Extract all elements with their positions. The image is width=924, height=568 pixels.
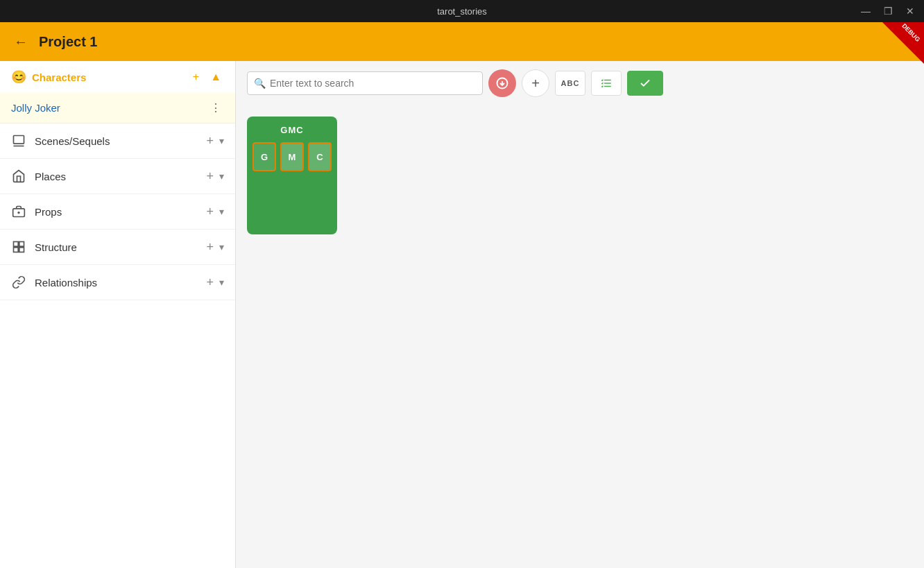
toolbar: 🔍 + ABC — [236, 61, 924, 105]
add-relationship-button[interactable]: + — [206, 275, 214, 290]
sidebar: 😊 Characters + ▲ Jolly Joker ⋮ Scenes/Se — [0, 61, 236, 568]
characters-icon: 😊 — [11, 69, 26, 85]
characters-actions: + ▲ — [190, 69, 224, 85]
gmc-slot-c[interactable]: C — [308, 142, 332, 171]
maximize-button[interactable]: ❒ — [880, 3, 896, 19]
places-label: Places — [35, 171, 198, 182]
debug-text: DEBUG — [901, 22, 922, 43]
expand-structure-button[interactable]: ▾ — [219, 241, 224, 252]
character-menu-button[interactable]: ⋮ — [207, 100, 224, 116]
gmc-card: GMC G M C — [247, 117, 337, 234]
nav-item-relationships[interactable]: Relationships + ▾ — [0, 265, 235, 300]
structure-label: Structure — [35, 241, 198, 253]
character-name: Jolly Joker — [11, 102, 60, 114]
add-character-button[interactable]: + — [190, 69, 202, 85]
svg-rect-5 — [14, 242, 19, 247]
debug-badge: DEBUG — [882, 22, 924, 64]
main-layout: 😊 Characters + ▲ Jolly Joker ⋮ Scenes/Se — [0, 61, 924, 568]
scenes-label: Scenes/Sequels — [35, 135, 198, 147]
download-button[interactable] — [488, 69, 516, 97]
nav-item-props[interactable]: Props + ▾ — [0, 194, 235, 230]
nav-item-scenes[interactable]: Scenes/Sequels + ▾ — [0, 123, 235, 159]
add-place-button[interactable]: + — [206, 169, 214, 184]
structure-actions: + ▾ — [206, 240, 224, 255]
relationships-label: Relationships — [35, 277, 198, 289]
gmc-label: GMC — [280, 125, 303, 135]
window-controls: — ❒ ✕ — [857, 3, 918, 19]
close-button[interactable]: ✕ — [902, 3, 918, 19]
title-bar: tarot_stories — ❒ ✕ — [0, 0, 924, 22]
gmc-slot-g[interactable]: G — [253, 142, 276, 171]
search-input[interactable] — [247, 71, 483, 95]
gmc-slot-m[interactable]: M — [280, 142, 304, 171]
collapse-characters-button[interactable]: ▲ — [207, 69, 224, 85]
props-actions: + ▾ — [206, 205, 224, 219]
cards-area: GMC G M C — [236, 105, 924, 568]
abc-button[interactable]: ABC — [555, 71, 585, 96]
places-icon — [11, 169, 26, 184]
props-icon — [11, 204, 26, 219]
expand-scenes-button[interactable]: ▾ — [219, 135, 224, 146]
add-prop-button[interactable]: + — [206, 205, 214, 219]
characters-header: 😊 Characters + ▲ — [0, 61, 235, 93]
app-title: tarot_stories — [437, 6, 487, 17]
gmc-slots: G M C — [253, 142, 332, 171]
back-button[interactable]: ← — [11, 31, 31, 53]
check-all-button[interactable] — [627, 71, 663, 96]
svg-rect-0 — [14, 136, 24, 144]
svg-rect-8 — [19, 248, 24, 252]
svg-rect-7 — [14, 248, 19, 252]
places-actions: + ▾ — [206, 169, 224, 184]
characters-label: Characters — [32, 71, 185, 83]
expand-places-button[interactable]: ▾ — [219, 171, 224, 182]
minimize-button[interactable]: — — [857, 3, 874, 19]
character-item-jolly-joker[interactable]: Jolly Joker ⋮ — [0, 93, 235, 123]
project-title: Project 1 — [39, 34, 97, 50]
structure-icon — [11, 239, 26, 255]
add-scene-button[interactable]: + — [206, 134, 214, 148]
nav-item-places[interactable]: Places + ▾ — [0, 159, 235, 194]
checklist-button[interactable] — [591, 71, 622, 96]
expand-relationships-button[interactable]: ▾ — [219, 277, 224, 288]
nav-item-structure[interactable]: Structure + ▾ — [0, 230, 235, 265]
content-area: 🔍 + ABC — [236, 61, 924, 568]
relationships-actions: + ▾ — [206, 275, 224, 290]
characters-section: 😊 Characters + ▲ Jolly Joker ⋮ — [0, 61, 235, 123]
search-wrapper: 🔍 — [247, 71, 483, 95]
expand-props-button[interactable]: ▾ — [219, 206, 224, 217]
add-structure-button[interactable]: + — [206, 240, 214, 255]
scenes-actions: + ▾ — [206, 134, 224, 148]
search-icon: 🔍 — [254, 78, 266, 89]
relationships-icon — [11, 275, 26, 290]
svg-rect-6 — [19, 242, 24, 247]
props-label: Props — [35, 206, 198, 218]
app-header: ← Project 1 DEBUG — [0, 22, 924, 61]
scenes-icon — [11, 133, 26, 148]
add-button[interactable]: + — [522, 69, 549, 97]
